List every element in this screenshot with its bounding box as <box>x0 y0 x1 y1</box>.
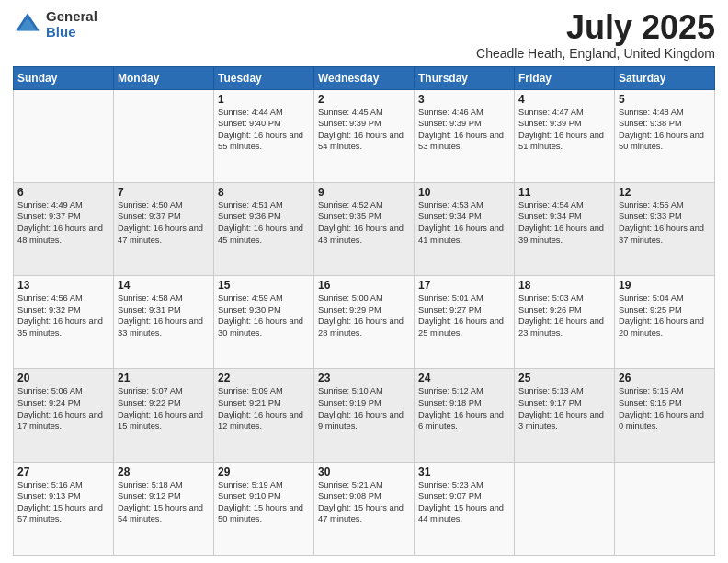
logo-general: General <box>46 9 97 25</box>
day-number: 16 <box>318 279 410 292</box>
calendar-cell: 16Sunrise: 5:00 AM Sunset: 9:29 PM Dayli… <box>314 276 415 369</box>
calendar-cell: 25Sunrise: 5:13 AM Sunset: 9:17 PM Dayli… <box>515 369 615 462</box>
day-number: 30 <box>318 465 410 478</box>
calendar-week-4: 27Sunrise: 5:16 AM Sunset: 9:13 PM Dayli… <box>14 462 715 555</box>
day-number: 5 <box>619 93 711 106</box>
day-number: 10 <box>418 186 510 199</box>
day-number: 7 <box>118 186 210 199</box>
calendar-week-0: 1Sunrise: 4:44 AM Sunset: 9:40 PM Daylig… <box>14 89 715 182</box>
calendar-header-sunday: Sunday <box>14 66 114 89</box>
day-number: 25 <box>518 372 610 385</box>
calendar-cell: 5Sunrise: 4:48 AM Sunset: 9:38 PM Daylig… <box>615 89 715 182</box>
day-number: 2 <box>318 93 410 106</box>
day-info: Sunrise: 4:55 AM Sunset: 9:33 PM Dayligh… <box>619 200 711 246</box>
calendar-header-monday: Monday <box>114 66 214 89</box>
calendar-week-3: 20Sunrise: 5:06 AM Sunset: 9:24 PM Dayli… <box>14 369 715 462</box>
calendar-cell <box>615 462 715 555</box>
day-info: Sunrise: 5:01 AM Sunset: 9:27 PM Dayligh… <box>418 293 510 339</box>
day-info: Sunrise: 4:56 AM Sunset: 9:32 PM Dayligh… <box>17 293 109 339</box>
calendar-cell: 30Sunrise: 5:21 AM Sunset: 9:08 PM Dayli… <box>314 462 415 555</box>
day-info: Sunrise: 4:48 AM Sunset: 9:38 PM Dayligh… <box>619 107 711 153</box>
day-number: 6 <box>17 186 109 199</box>
page-subtitle: Cheadle Heath, England, United Kingdom <box>476 46 715 61</box>
logo-blue: Blue <box>46 25 97 40</box>
calendar-cell: 24Sunrise: 5:12 AM Sunset: 9:18 PM Dayli… <box>415 369 515 462</box>
calendar-cell <box>515 462 615 555</box>
calendar-cell: 15Sunrise: 4:59 AM Sunset: 9:30 PM Dayli… <box>214 276 314 369</box>
calendar-cell: 18Sunrise: 5:03 AM Sunset: 9:26 PM Dayli… <box>515 276 615 369</box>
header: General Blue July 2025 Cheadle Heath, En… <box>13 9 715 61</box>
calendar-header-thursday: Thursday <box>415 66 515 89</box>
calendar-cell: 20Sunrise: 5:06 AM Sunset: 9:24 PM Dayli… <box>14 369 114 462</box>
day-info: Sunrise: 5:15 AM Sunset: 9:15 PM Dayligh… <box>619 385 711 431</box>
calendar-cell: 28Sunrise: 5:18 AM Sunset: 9:12 PM Dayli… <box>114 462 214 555</box>
page-title: July 2025 <box>476 9 715 46</box>
day-number: 3 <box>418 93 510 106</box>
day-number: 12 <box>619 186 711 199</box>
day-number: 29 <box>218 465 310 478</box>
day-number: 1 <box>218 93 310 106</box>
calendar-cell: 7Sunrise: 4:50 AM Sunset: 9:37 PM Daylig… <box>114 182 214 275</box>
day-info: Sunrise: 5:18 AM Sunset: 9:12 PM Dayligh… <box>118 479 210 525</box>
day-info: Sunrise: 5:06 AM Sunset: 9:24 PM Dayligh… <box>17 385 109 431</box>
day-number: 8 <box>218 186 310 199</box>
calendar-header-row: SundayMondayTuesdayWednesdayThursdayFrid… <box>14 66 715 89</box>
calendar-header-friday: Friday <box>515 66 615 89</box>
day-info: Sunrise: 5:03 AM Sunset: 9:26 PM Dayligh… <box>518 293 610 339</box>
calendar-cell: 12Sunrise: 4:55 AM Sunset: 9:33 PM Dayli… <box>615 182 715 275</box>
calendar-week-2: 13Sunrise: 4:56 AM Sunset: 9:32 PM Dayli… <box>14 276 715 369</box>
calendar-cell: 14Sunrise: 4:58 AM Sunset: 9:31 PM Dayli… <box>114 276 214 369</box>
calendar-cell: 6Sunrise: 4:49 AM Sunset: 9:37 PM Daylig… <box>14 182 114 275</box>
day-number: 4 <box>518 93 610 106</box>
logo-text: General Blue <box>46 9 97 40</box>
day-info: Sunrise: 5:12 AM Sunset: 9:18 PM Dayligh… <box>418 385 510 431</box>
calendar-cell: 19Sunrise: 5:04 AM Sunset: 9:25 PM Dayli… <box>615 276 715 369</box>
day-info: Sunrise: 5:16 AM Sunset: 9:13 PM Dayligh… <box>17 479 109 525</box>
day-info: Sunrise: 4:53 AM Sunset: 9:34 PM Dayligh… <box>418 200 510 246</box>
day-info: Sunrise: 5:21 AM Sunset: 9:08 PM Dayligh… <box>318 479 410 525</box>
day-info: Sunrise: 4:52 AM Sunset: 9:35 PM Dayligh… <box>318 200 410 246</box>
day-info: Sunrise: 5:19 AM Sunset: 9:10 PM Dayligh… <box>218 479 310 525</box>
day-number: 21 <box>118 372 210 385</box>
day-info: Sunrise: 4:44 AM Sunset: 9:40 PM Dayligh… <box>218 107 310 153</box>
calendar-cell: 9Sunrise: 4:52 AM Sunset: 9:35 PM Daylig… <box>314 182 415 275</box>
day-info: Sunrise: 4:54 AM Sunset: 9:34 PM Dayligh… <box>518 200 610 246</box>
day-info: Sunrise: 5:10 AM Sunset: 9:19 PM Dayligh… <box>318 385 410 431</box>
day-number: 11 <box>518 186 610 199</box>
calendar-cell: 3Sunrise: 4:46 AM Sunset: 9:39 PM Daylig… <box>415 89 515 182</box>
day-number: 22 <box>218 372 310 385</box>
day-number: 15 <box>218 279 310 292</box>
logo-icon <box>13 10 42 40</box>
day-number: 31 <box>418 465 510 478</box>
day-number: 28 <box>118 465 210 478</box>
day-info: Sunrise: 5:00 AM Sunset: 9:29 PM Dayligh… <box>318 293 410 339</box>
calendar-header-tuesday: Tuesday <box>214 66 314 89</box>
day-number: 9 <box>318 186 410 199</box>
day-number: 18 <box>518 279 610 292</box>
day-info: Sunrise: 5:04 AM Sunset: 9:25 PM Dayligh… <box>619 293 711 339</box>
calendar-cell: 1Sunrise: 4:44 AM Sunset: 9:40 PM Daylig… <box>214 89 314 182</box>
page: General Blue July 2025 Cheadle Heath, En… <box>0 0 728 563</box>
calendar-cell <box>114 89 214 182</box>
day-info: Sunrise: 5:23 AM Sunset: 9:07 PM Dayligh… <box>418 479 510 525</box>
calendar-cell: 8Sunrise: 4:51 AM Sunset: 9:36 PM Daylig… <box>214 182 314 275</box>
day-number: 23 <box>318 372 410 385</box>
calendar-cell: 21Sunrise: 5:07 AM Sunset: 9:22 PM Dayli… <box>114 369 214 462</box>
day-info: Sunrise: 4:47 AM Sunset: 9:39 PM Dayligh… <box>518 107 610 153</box>
day-info: Sunrise: 5:09 AM Sunset: 9:21 PM Dayligh… <box>218 385 310 431</box>
calendar-header-saturday: Saturday <box>615 66 715 89</box>
day-number: 24 <box>418 372 510 385</box>
calendar-cell: 29Sunrise: 5:19 AM Sunset: 9:10 PM Dayli… <box>214 462 314 555</box>
calendar-cell <box>14 89 114 182</box>
day-info: Sunrise: 4:45 AM Sunset: 9:39 PM Dayligh… <box>318 107 410 153</box>
day-info: Sunrise: 5:13 AM Sunset: 9:17 PM Dayligh… <box>518 385 610 431</box>
calendar-cell: 27Sunrise: 5:16 AM Sunset: 9:13 PM Dayli… <box>14 462 114 555</box>
day-number: 17 <box>418 279 510 292</box>
title-block: July 2025 Cheadle Heath, England, United… <box>476 9 715 61</box>
day-number: 14 <box>118 279 210 292</box>
calendar-cell: 2Sunrise: 4:45 AM Sunset: 9:39 PM Daylig… <box>314 89 415 182</box>
calendar-header-wednesday: Wednesday <box>314 66 415 89</box>
day-number: 19 <box>619 279 711 292</box>
calendar-cell: 4Sunrise: 4:47 AM Sunset: 9:39 PM Daylig… <box>515 89 615 182</box>
day-info: Sunrise: 4:49 AM Sunset: 9:37 PM Dayligh… <box>17 200 109 246</box>
